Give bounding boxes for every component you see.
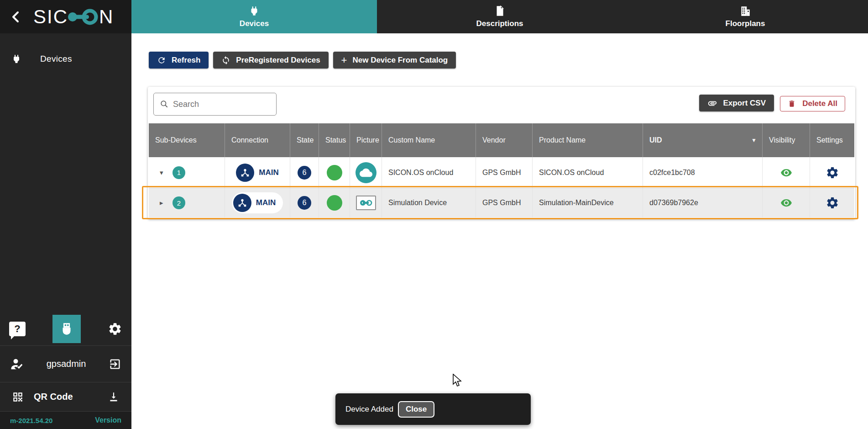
col-custom-name[interactable]: Custom Name bbox=[382, 123, 476, 157]
devices-table-card: Export CSV Delete All Sub-Devices Connec… bbox=[148, 87, 855, 219]
toolbar: Refresh PreRegistered Devices + New Devi… bbox=[149, 52, 456, 69]
toast-close-button[interactable]: Close bbox=[398, 401, 434, 418]
devices-tile-active[interactable] bbox=[52, 315, 81, 343]
col-settings[interactable]: Settings bbox=[810, 123, 854, 157]
version-value: m-2021.54.20 bbox=[10, 417, 52, 424]
status-online-dot bbox=[327, 195, 342, 211]
tab-devices[interactable]: Devices bbox=[131, 0, 377, 33]
logo-text-left: SIC bbox=[33, 6, 68, 27]
refresh-button[interactable]: Refresh bbox=[149, 52, 209, 69]
product-name-cell: SICON.OS onCloud bbox=[533, 157, 643, 188]
plug-icon bbox=[11, 53, 22, 64]
device-picture-sicon-mark-icon bbox=[356, 196, 376, 210]
connection-label: MAIN bbox=[256, 198, 276, 207]
qr-code-label: QR Code bbox=[34, 392, 108, 402]
preregistered-devices-button[interactable]: PreRegistered Devices bbox=[213, 52, 328, 69]
new-device-from-catalog-button[interactable]: + New Device From Catalog bbox=[333, 52, 456, 69]
delete-all-button[interactable]: Delete All bbox=[780, 96, 845, 111]
app-root: SIC N Devices ? bbox=[0, 0, 868, 429]
chevron-right-icon[interactable]: ▸ bbox=[160, 199, 166, 207]
sidebar-quick-icons: ? bbox=[0, 312, 131, 345]
refresh-icon bbox=[157, 56, 166, 65]
attachment-icon bbox=[707, 98, 717, 108]
table-header: Sub-Devices Connection State Status Pict… bbox=[149, 123, 854, 157]
connection-main[interactable]: MAIN bbox=[232, 192, 283, 213]
usb-plug-icon bbox=[59, 321, 74, 337]
sidebar-nav: Devices bbox=[0, 33, 131, 312]
plug-icon bbox=[248, 5, 260, 17]
tab-label: Devices bbox=[240, 19, 269, 28]
table-row[interactable]: ▾ 1 MAIN 6 bbox=[149, 157, 854, 188]
search-input[interactable] bbox=[173, 100, 279, 109]
logo-text-right: N bbox=[99, 6, 113, 27]
col-uid[interactable]: UID ▼ bbox=[643, 123, 763, 157]
sidebar: SIC N Devices ? bbox=[0, 0, 131, 429]
row-settings-gear-icon[interactable] bbox=[826, 196, 839, 210]
device-hub-icon bbox=[236, 164, 254, 182]
state-badge: 6 bbox=[298, 196, 311, 210]
state-badge: 6 bbox=[298, 166, 311, 180]
col-product-name[interactable]: Product Name bbox=[533, 123, 643, 157]
qr-code-row[interactable]: QR Code bbox=[0, 382, 131, 411]
tab-descriptions[interactable]: Descriptions bbox=[377, 0, 622, 33]
sidebar-item-label: Devices bbox=[40, 54, 72, 64]
version-row: m-2021.54.20 Version bbox=[0, 411, 131, 429]
uid-cell: c02fce1bc708 bbox=[643, 157, 763, 188]
delete-all-label: Delete All bbox=[802, 99, 837, 108]
building-icon bbox=[739, 5, 751, 17]
new-device-label: New Device From Catalog bbox=[352, 56, 448, 65]
settings-icon[interactable] bbox=[108, 322, 122, 336]
qr-code-icon bbox=[12, 391, 24, 403]
col-visibility[interactable]: Visibility bbox=[763, 123, 810, 157]
tab-floorplans[interactable]: Floorplans bbox=[622, 0, 868, 33]
col-sub-devices[interactable]: Sub-Devices bbox=[149, 123, 225, 157]
sicon-logo: SIC N bbox=[24, 6, 124, 28]
user-row: gpsadmin bbox=[0, 345, 131, 382]
plus-icon: + bbox=[341, 54, 347, 66]
sidebar-header: SIC N bbox=[0, 0, 131, 33]
help-icon[interactable]: ? bbox=[9, 322, 26, 336]
visibility-eye-icon[interactable] bbox=[780, 197, 792, 209]
product-name-cell: Simulation-MainDevice bbox=[533, 188, 643, 217]
toast-device-added: Device Added Close bbox=[335, 393, 531, 425]
username: gpsadmin bbox=[47, 359, 86, 369]
subdevices-badge[interactable]: 2 bbox=[173, 196, 185, 209]
chevron-down-icon[interactable]: ▾ bbox=[160, 169, 166, 177]
toast-message: Device Added bbox=[345, 405, 393, 414]
top-tabbar: Devices Descriptions Floorplans bbox=[131, 0, 868, 33]
sidebar-footer: ? bbox=[0, 312, 131, 429]
device-hub-icon bbox=[233, 194, 251, 212]
sidebar-item-devices[interactable]: Devices bbox=[0, 47, 131, 71]
chevron-left-icon bbox=[11, 11, 20, 23]
vendor-cell: GPS GmbH bbox=[476, 188, 533, 217]
col-status[interactable]: Status bbox=[319, 123, 350, 157]
logout-icon[interactable] bbox=[109, 358, 121, 371]
visibility-eye-icon[interactable] bbox=[780, 167, 792, 179]
download-icon[interactable] bbox=[108, 391, 120, 403]
preregistered-label: PreRegistered Devices bbox=[236, 56, 320, 65]
user-account-icon[interactable] bbox=[10, 357, 24, 371]
status-online-dot bbox=[327, 165, 342, 180]
table-row-selected[interactable]: ▸ 2 MAIN 6 bbox=[149, 188, 854, 217]
connection-label: MAIN bbox=[259, 168, 278, 177]
sort-desc-icon[interactable]: ▼ bbox=[751, 137, 757, 143]
row-settings-gear-icon[interactable] bbox=[826, 166, 839, 180]
device-picture-cloud-icon bbox=[356, 162, 376, 183]
trash-icon bbox=[788, 99, 796, 108]
col-uid-label: UID bbox=[649, 136, 662, 144]
tab-label: Descriptions bbox=[476, 19, 523, 28]
collapse-sidebar-button[interactable] bbox=[7, 9, 24, 25]
col-connection[interactable]: Connection bbox=[225, 123, 290, 157]
refresh-label: Refresh bbox=[172, 56, 200, 65]
connection-main[interactable]: MAIN bbox=[236, 164, 278, 182]
vendor-cell: GPS GmbH bbox=[476, 157, 533, 188]
export-csv-button[interactable]: Export CSV bbox=[699, 95, 774, 111]
export-csv-label: Export CSV bbox=[723, 99, 766, 108]
col-picture[interactable]: Picture bbox=[350, 123, 382, 157]
custom-name-cell: Simulation Device bbox=[382, 188, 476, 217]
col-state[interactable]: State bbox=[290, 123, 319, 157]
uid-cell: d07369b7962e bbox=[643, 188, 763, 217]
sync-icon bbox=[221, 56, 230, 65]
subdevices-badge[interactable]: 1 bbox=[173, 166, 185, 179]
col-vendor[interactable]: Vendor bbox=[476, 123, 533, 157]
